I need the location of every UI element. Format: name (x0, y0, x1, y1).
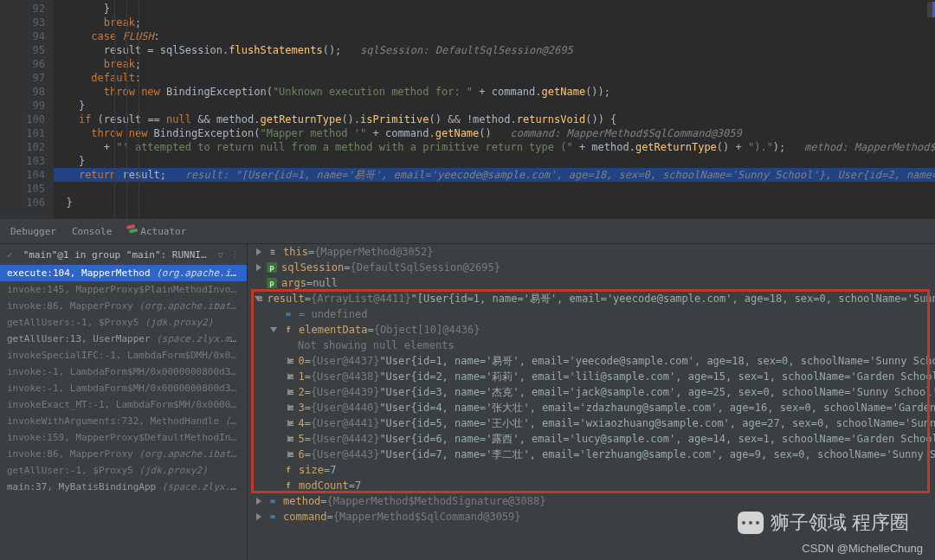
line-number: 99 (0, 99, 45, 113)
stack-frame[interactable]: invoke:-1, LambdaForm$MH/0x0000000800d31… (0, 380, 247, 396)
line-number: 106 (0, 196, 45, 209)
expand-icon[interactable] (270, 481, 279, 490)
line-number: 95 (0, 43, 45, 57)
debugger-tabs: Debugger Console Actuator (0, 219, 935, 244)
line-number: 103 (0, 154, 45, 168)
code-line[interactable]: throw new BindingException("Mapper metho… (54, 127, 742, 139)
line-number: 104 (0, 168, 45, 182)
stack-frame[interactable]: invoke:86, MapperProxy (org.apache.ibati… (0, 298, 247, 314)
variable-row[interactable]: ≡6 = {User@4443} "User{id=7, name='李二壮',… (248, 447, 935, 462)
code-line[interactable]: throw new BindingException("Unknown exec… (54, 86, 610, 98)
actuator-icon (127, 226, 138, 236)
credit-text: CSDN @MichelleChung (802, 542, 923, 555)
line-number: 101 (0, 126, 45, 140)
stack-frame[interactable]: invokeExact_MT:-1, LambdaForm$MH/0x00000… (0, 396, 247, 413)
tab-debugger[interactable]: Debugger (10, 226, 56, 237)
field-icon: f (282, 324, 294, 336)
code-line[interactable]: } (54, 155, 85, 167)
variable-row[interactable]: ≡0 = {User@4437} "User{id=1, name='易哥', … (248, 353, 935, 369)
tab-actuator[interactable]: Actuator (127, 226, 186, 237)
expand-icon[interactable] (270, 466, 279, 474)
watermark-text: 狮子领域 程序圈 (771, 510, 909, 536)
code-area[interactable]: } break; case FLUSH: result = sqlSession… (54, 2, 935, 219)
expand-icon[interactable] (270, 310, 279, 319)
variable-row[interactable]: ∞method = {MapperMethod$MethodSignature@… (248, 493, 935, 509)
stack-frame[interactable]: getAllUsers:-1, $Proxy5 (jdk.proxy2) (0, 314, 247, 331)
wechat-icon (738, 512, 764, 534)
infinity-icon: ∞ (282, 308, 294, 320)
code-line[interactable]: break; (54, 16, 141, 29)
variable-row[interactable]: felementData = {Object[10]@4436} (248, 322, 935, 338)
line-number-gutter: 9293949596979899100101102103104105106 (0, 0, 54, 219)
infinity-icon: ∞ (267, 511, 279, 523)
frames-list[interactable]: execute:104, MapperMethod (org.apache.ib… (0, 265, 247, 560)
stack-frame[interactable]: getAllUser:13, UserMapper (space.zlyx.my… (0, 331, 247, 347)
line-number: 92 (0, 2, 45, 16)
equals-icon: ≡ (267, 246, 279, 258)
variable-row[interactable]: fsize = 7 (248, 462, 935, 478)
expand-icon[interactable] (255, 497, 263, 505)
stack-frame[interactable]: getAllUser:-1, $Proxy5 (jdk.proxy2) (0, 462, 247, 479)
variable-row[interactable]: Not showing null elements (248, 338, 935, 353)
stack-frame[interactable]: execute:104, MapperMethod (org.apache.ib… (0, 265, 247, 281)
tab-actuator-label: Actuator (140, 226, 186, 237)
stack-frame[interactable]: invoke:145, MapperProxy$PlainMethodInvok… (0, 281, 247, 298)
filter-icon[interactable]: ▽ (217, 249, 223, 261)
tab-console[interactable]: Console (72, 226, 112, 237)
stack-frame[interactable]: invokeSpecialIFC:-1, LambdaForm$DMH/0x00… (0, 347, 247, 364)
indent-guide (139, 0, 139, 219)
more-icon[interactable]: ⋮ (230, 249, 240, 261)
line-number: 98 (0, 85, 45, 99)
variable-row[interactable]: ≡5 = {User@4442} "User{id=6, name='露西', … (248, 431, 935, 447)
expand-icon[interactable] (255, 512, 263, 521)
stack-frame[interactable]: main:37, MyBatisBindingApp (space.zlyx.m… (0, 479, 247, 495)
variable-row[interactable]: pargs = null (248, 275, 935, 291)
variable-row[interactable]: ∞= undefined (248, 306, 935, 322)
line-number: 102 (0, 140, 45, 154)
stack-frame[interactable]: invokeWithArguments:732, MethodHandle (j… (0, 413, 247, 429)
stack-frame[interactable]: invoke:-1, LambdaForm$MH/0x0000000800d30… (0, 364, 247, 380)
code-line[interactable]: result = sqlSession.flushStatements(); s… (54, 44, 573, 56)
expand-icon[interactable] (255, 263, 263, 272)
code-line[interactable]: } (54, 3, 110, 15)
code-line[interactable]: } (54, 100, 85, 112)
code-line[interactable]: break; (54, 58, 141, 70)
field-icon: f (282, 480, 294, 492)
code-editor[interactable]: 9293949596979899100101102103104105106 } … (0, 0, 935, 219)
expand-icon[interactable] (270, 325, 279, 334)
minimap-marker (927, 2, 935, 17)
variable-row[interactable]: fmodCount = 7 (248, 478, 935, 493)
variable-row[interactable]: psqlSession = {DefaultSqlSession@2695} (248, 260, 935, 275)
line-number: 100 (0, 113, 45, 126)
stack-frame[interactable]: invoke:159, MapperProxy$DefaultMethodInv… (0, 429, 247, 446)
code-line[interactable]: } (54, 196, 73, 209)
line-number: 96 (0, 57, 45, 71)
variable-row[interactable]: ≡result = {ArrayList@4411} "[User{id=1, … (248, 291, 935, 306)
frames-pane: ✓ "main"@1 in group "main": RUNNING ▽ ⋮ … (0, 244, 248, 560)
line-number: 97 (0, 71, 45, 85)
code-line[interactable]: default: (54, 72, 141, 84)
stack-frame[interactable]: invoke:86, MapperProxy (org.apache.ibati… (0, 446, 247, 462)
infinity-icon: ∞ (267, 495, 279, 507)
variable-row[interactable]: ≡3 = {User@4440} "User{id=4, name='张大壮',… (248, 400, 935, 415)
param-icon: p (267, 262, 277, 273)
field-icon: f (282, 464, 294, 476)
variable-row[interactable]: ≡this = {MapperMethod@3052} (248, 244, 935, 260)
code-line[interactable]: + "' attempted to return null from a met… (54, 141, 935, 153)
code-line[interactable] (54, 210, 66, 219)
expand-icon[interactable] (255, 279, 263, 287)
expand-icon[interactable] (255, 248, 263, 256)
indent-guide (114, 0, 115, 219)
param-icon: p (267, 278, 277, 288)
check-icon: ✓ (7, 249, 13, 261)
code-line[interactable]: case FLUSH: (54, 30, 160, 42)
variable-row[interactable]: ≡1 = {User@4438} "User{id=2, name='莉莉', … (248, 369, 935, 384)
variable-row[interactable]: ≡4 = {User@4441} "User{id=5, name='王小壮',… (248, 415, 935, 431)
thread-label[interactable]: "main"@1 in group "main": RUNNING (23, 249, 211, 261)
variable-row[interactable]: ≡2 = {User@4439} "User{id=3, name='杰克', … (248, 384, 935, 400)
expand-icon[interactable] (286, 341, 294, 350)
watermark: 狮子领域 程序圈 (738, 510, 909, 536)
frames-header: ✓ "main"@1 in group "main": RUNNING ▽ ⋮ (0, 244, 247, 265)
line-number: 93 (0, 16, 45, 29)
code-line[interactable]: return result; result: "[User{id=1, name… (54, 168, 935, 182)
